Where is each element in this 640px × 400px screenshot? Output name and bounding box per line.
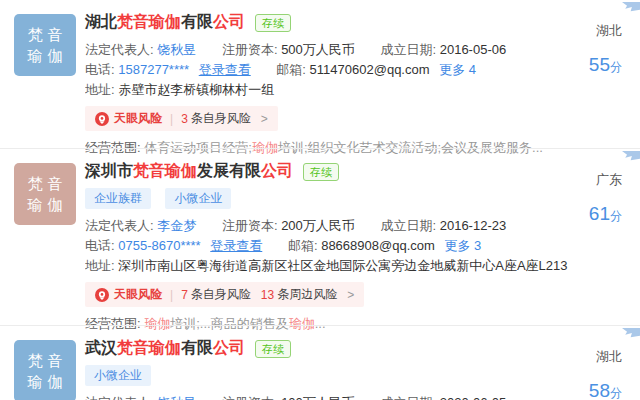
status-badge: 存续 xyxy=(255,14,291,32)
address-value: 赤壁市赵李桥镇柳林村一组 xyxy=(118,82,274,97)
chevron-right-icon: > xyxy=(261,112,268,126)
tianyan-risk-icon xyxy=(95,112,109,126)
more-link[interactable]: 更多 3 xyxy=(444,238,481,253)
company-card: 梵音 瑜伽 湖北梵音瑜伽有限公司 存续 法定代表人: 饶秋昱 注册资本: 500… xyxy=(0,0,640,148)
company-logo[interactable]: 梵音 瑜伽 xyxy=(14,340,76,400)
legal-rep-label: 法定代表人: xyxy=(85,218,154,233)
logo-text: 瑜伽 xyxy=(23,45,68,66)
est-date-label: 成立日期: xyxy=(380,218,436,233)
reg-capital-value: 100万人民币 xyxy=(281,395,355,400)
more-link[interactable]: 更多 4 xyxy=(439,62,476,77)
pill-divider: | xyxy=(170,112,173,126)
chevron-right-icon: > xyxy=(347,288,354,302)
est-date-label: 成立日期: xyxy=(380,42,436,57)
risk-brand-label: 天眼风险 xyxy=(114,286,162,303)
company-logo[interactable]: 梵音 瑜伽 xyxy=(14,14,76,76)
reg-capital-label: 注册资本: xyxy=(222,218,278,233)
risk-pill[interactable]: 天眼风险 | 3 条自身风险 > xyxy=(85,106,278,131)
reg-capital-label: 注册资本: xyxy=(222,42,278,57)
phone-value[interactable]: 0755-8670**** xyxy=(118,238,200,253)
email-label: 邮箱: xyxy=(276,62,306,77)
email-label: 邮箱: xyxy=(288,238,318,253)
tag-small-micro[interactable]: 小微企业 xyxy=(165,188,231,209)
reg-capital-value: 200万人民币 xyxy=(281,218,355,233)
status-badge: 存续 xyxy=(303,163,339,181)
phone-value[interactable]: 1587277**** xyxy=(118,62,189,77)
risk-count: 7 xyxy=(181,288,188,302)
est-date-value: 2020-06-05 xyxy=(440,395,507,400)
legal-rep-link[interactable]: 李金梦 xyxy=(157,218,196,233)
phone-label: 电话: xyxy=(85,238,115,253)
pill-divider: | xyxy=(170,288,173,302)
est-date-label: 成立日期: xyxy=(380,395,436,400)
company-card: 梵音 瑜伽 深圳市梵音瑜伽发展有限公司 存续 企业族群 小微企业 法定代表人: … xyxy=(0,148,640,325)
logo-text: 梵音 xyxy=(23,173,68,194)
email-value: 88668908@qq.com xyxy=(321,238,435,253)
tag-enterprise-group[interactable]: 企业族群 xyxy=(85,188,151,209)
risk-label: 条周边风险 xyxy=(277,286,337,303)
logo-text: 梵音 xyxy=(23,24,68,45)
legal-rep-label: 法定代表人: xyxy=(85,395,154,400)
province-label: 湖北 xyxy=(568,22,622,40)
est-date-value: 2016-12-23 xyxy=(440,218,507,233)
company-name-link[interactable]: 武汉梵音瑜伽有限公司 xyxy=(85,338,245,359)
legal-rep-link[interactable]: 饶秋昱 xyxy=(157,395,196,400)
logo-text: 瑜伽 xyxy=(23,194,68,215)
address-label: 地址: xyxy=(85,82,115,97)
province-label: 湖北 xyxy=(568,348,622,366)
phone-label: 电话: xyxy=(85,62,115,77)
risk-pill[interactable]: 天眼风险 | 7 条自身风险 13 条周边风险 > xyxy=(85,282,364,307)
tag-small-micro[interactable]: 小微企业 xyxy=(85,365,151,386)
est-date-value: 2016-05-06 xyxy=(440,42,507,57)
legal-rep-label: 法定代表人: xyxy=(85,42,154,57)
address-value: 深圳市南山区粤海街道高新区社区金地国际公寓旁边金地威新中心A座A座L213 xyxy=(118,258,567,273)
login-view-link[interactable]: 登录查看 xyxy=(210,238,262,253)
reg-capital-label: 注册资本: xyxy=(222,395,278,400)
tianyan-risk-icon xyxy=(95,288,109,302)
login-view-link[interactable]: 登录查看 xyxy=(199,62,251,77)
score-link[interactable]: 58分 xyxy=(568,380,622,400)
company-logo[interactable]: 梵音 瑜伽 xyxy=(14,163,76,225)
province-label: 广东 xyxy=(568,171,622,189)
reg-capital-value: 500万人民币 xyxy=(281,42,355,57)
logo-text: 瑜伽 xyxy=(23,371,68,392)
risk-brand-label: 天眼风险 xyxy=(114,110,162,127)
logo-text: 梵音 xyxy=(23,350,68,371)
email-value: 511470602@qq.com xyxy=(310,62,430,77)
company-name-link[interactable]: 湖北梵音瑜伽有限公司 xyxy=(85,12,245,33)
legal-rep-link[interactable]: 饶秋昱 xyxy=(157,42,196,57)
address-label: 地址: xyxy=(85,258,115,273)
status-badge: 存续 xyxy=(255,340,291,358)
company-card: 梵音 瑜伽 武汉梵音瑜伽有限公司 存续 小微企业 法定代表人: 饶秋昱 注册资本… xyxy=(0,325,640,400)
risk-count: 13 xyxy=(261,288,274,302)
score-link[interactable]: 55分 xyxy=(568,54,622,76)
company-name-link[interactable]: 深圳市梵音瑜伽发展有限公司 xyxy=(85,161,293,182)
risk-label: 条自身风险 xyxy=(191,110,251,127)
risk-count: 3 xyxy=(181,112,188,126)
score-link[interactable]: 61分 xyxy=(568,203,622,225)
risk-label: 条自身风险 xyxy=(191,286,251,303)
